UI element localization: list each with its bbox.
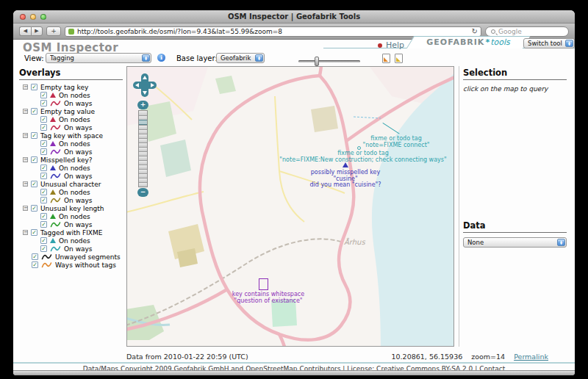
overlay-nodes-row: ✓On nodes [19, 188, 123, 196]
checkbox[interactable]: ✓ [40, 245, 47, 252]
checkbox[interactable]: ✓ [31, 108, 37, 115]
info-icon[interactable]: i [157, 54, 165, 62]
collapse-toggle[interactable]: − [23, 230, 28, 235]
overlays-panel: Overlays −✓Empty tag key✓On nodes✓On way… [19, 68, 123, 269]
node-marker-icon [50, 117, 56, 122]
overlay-ways-row: ✓On ways [19, 220, 123, 228]
collapse-toggle[interactable]: − [23, 84, 28, 90]
checkbox[interactable]: ✓ [40, 173, 47, 179]
overlay-group-row: −✓Empty tag value [19, 107, 123, 115]
help-link[interactable]: Help [378, 40, 404, 50]
checkbox[interactable]: ✓ [31, 181, 37, 187]
way-marker-icon [50, 221, 61, 228]
collapse-toggle[interactable]: − [23, 157, 28, 162]
minimize-window-button[interactable] [30, 14, 36, 20]
page-edit-icon[interactable] [382, 54, 390, 63]
zoom-in-button[interactable]: + [137, 101, 148, 109]
node-marker-icon [50, 93, 56, 98]
checkbox[interactable]: ✓ [40, 124, 47, 131]
zoom-slider-knob[interactable] [139, 120, 147, 125]
checkbox[interactable]: ✓ [40, 100, 47, 107]
checkbox[interactable]: ✓ [40, 148, 47, 155]
overlay-label: On nodes [59, 92, 90, 99]
overlay-label: On nodes [59, 189, 90, 196]
view-select[interactable]: Tagging ▲▼ [46, 53, 151, 63]
pan-right-icon[interactable] [151, 83, 154, 87]
switch-tool-select[interactable]: Switch tool... ▲▼ [523, 38, 575, 48]
checkbox[interactable]: ✓ [40, 221, 47, 228]
checkbox[interactable]: ✓ [31, 205, 37, 212]
back-button[interactable]: ◀ [19, 26, 31, 36]
checkbox[interactable]: ✓ [32, 253, 38, 260]
close-window-button[interactable] [20, 14, 26, 20]
checkbox[interactable]: ✓ [31, 229, 37, 236]
overlay-ways-row: ✓On ways [19, 148, 123, 156]
checkbox[interactable]: ✓ [31, 132, 37, 139]
overlay-group-row: −✓Tag key with space [19, 131, 123, 140]
overlay-label: On ways [64, 173, 93, 180]
logo-suffix: tools [490, 37, 510, 47]
overlay-row: ✓Unwayed segments [19, 253, 123, 261]
checkbox[interactable]: ✓ [40, 92, 47, 98]
pan-left-icon[interactable] [135, 83, 139, 87]
checkbox[interactable]: ✓ [40, 116, 47, 123]
overlay-row: ✓Ways without tags [19, 261, 123, 269]
footer-divider [13, 362, 575, 364]
overlay-group-row: −✓Misspelled key? [19, 156, 123, 164]
collapse-toggle[interactable]: − [23, 133, 28, 138]
zoom-out-button[interactable]: − [137, 188, 148, 197]
overlays-heading: Overlays [19, 68, 123, 80]
zoom-window-button[interactable] [40, 14, 46, 20]
pan-up-icon[interactable] [143, 76, 147, 79]
geofabrik-logo[interactable]: GEOFABRIK * tools [410, 36, 526, 48]
collapse-toggle[interactable]: − [23, 181, 28, 187]
overlay-label: Unusual key length [40, 205, 104, 212]
place-label: Århus [344, 238, 365, 246]
selection-hint: click on the map to query [463, 85, 567, 93]
zoom-level: zoom=14 [471, 353, 505, 361]
reload-icon[interactable]: ↻ [472, 27, 478, 36]
overlay-ways-row: ✓On ways [19, 245, 123, 253]
checkbox[interactable]: ✓ [31, 156, 37, 163]
pan-down-icon[interactable] [143, 91, 147, 95]
map-viewport[interactable]: fixme or todo tag"note=FIXME connect"fix… [126, 66, 454, 347]
data-panel: Data None ▲▼ [463, 220, 567, 248]
browser-window: OSM Inspector | Geofabrik Tools ◀ ▶ + ht… [13, 10, 575, 375]
collapse-toggle[interactable]: − [23, 206, 28, 211]
address-bar[interactable]: http://tools.geofabrik.de/osmi/?lon=9.43… [65, 26, 481, 37]
checkbox[interactable]: ✓ [40, 189, 47, 195]
way-marker-icon [50, 173, 61, 179]
data-select[interactable]: None ▲▼ [463, 237, 567, 248]
checkbox[interactable]: ✓ [40, 140, 47, 147]
map-pan-control[interactable] [133, 73, 157, 97]
new-tab-button[interactable]: + [46, 26, 61, 36]
search-input[interactable]: Google [485, 26, 569, 37]
overlay-nodes-row: ✓On nodes [19, 237, 123, 245]
permalink-link[interactable]: Permalink [514, 353, 548, 361]
opacity-slider[interactable] [298, 57, 360, 66]
overlay-label: Ways without tags [55, 261, 116, 269]
select-stepper-icon: ▲▼ [142, 54, 150, 62]
overlay-nodes-row: ✓On nodes [19, 140, 123, 148]
overlay-label: On nodes [59, 140, 90, 148]
search-placeholder: Google [498, 28, 522, 35]
overlay-label: Empty tag value [40, 108, 95, 115]
base-layer-select[interactable]: Geofabrik ▲▼ [216, 53, 265, 63]
checkbox[interactable]: ✓ [40, 197, 47, 203]
zoom-level-segment[interactable] [139, 182, 147, 187]
checkbox[interactable]: ✓ [32, 261, 38, 268]
select-stepper-icon: ▲▼ [557, 239, 565, 246]
forward-button[interactable]: ▶ [31, 26, 43, 36]
slider-handle[interactable] [315, 57, 319, 66]
page-highlight-icon[interactable] [395, 54, 403, 63]
way-marker-icon [41, 261, 52, 268]
checkbox[interactable]: ✓ [31, 84, 37, 90]
collapse-toggle[interactable]: − [23, 109, 28, 114]
checkbox[interactable]: ✓ [40, 165, 47, 171]
zoom-ladder[interactable] [138, 110, 148, 187]
checkbox[interactable]: ✓ [40, 213, 47, 220]
node-marker-icon [50, 141, 56, 146]
checkbox[interactable]: ✓ [40, 237, 47, 244]
overlay-group-row: −✓Unusual character [19, 180, 123, 188]
overlay-label: Unwayed segments [55, 253, 121, 261]
